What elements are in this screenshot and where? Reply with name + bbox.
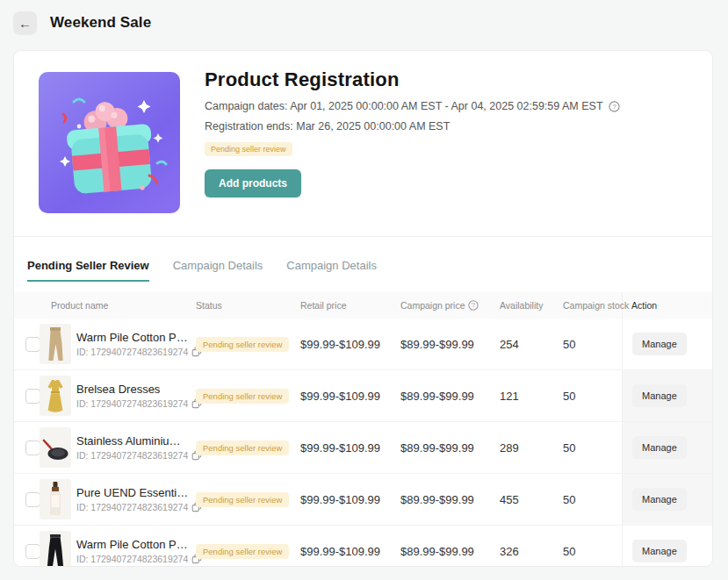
product-name-cell: Stainless Aluminium Steel P... ID: 17294… — [76, 422, 202, 473]
product-id: ID: 1729407274823619274 — [76, 398, 202, 409]
retail-price: $99.99-$109.99 — [300, 370, 380, 421]
campaign-price: $89.99-$99.99 — [400, 474, 474, 525]
campaign-price: $89.99-$99.99 — [400, 370, 474, 421]
status-badge: Pending seller review — [196, 544, 289, 559]
campaign-status-badge: Pending seller review — [205, 142, 292, 156]
page-title: Weekend Sale — [50, 14, 151, 32]
gift-illustration — [39, 72, 180, 213]
tab-campaign-details-2[interactable]: Campaign Details — [286, 259, 377, 282]
retail-price: $99.99-$109.99 — [300, 319, 380, 369]
product-thumbnail — [40, 427, 71, 468]
product-id-text: ID: 1729407274823619274 — [76, 347, 188, 357]
campaign-stock-value: 50 — [563, 319, 575, 369]
action-cell: Manage — [622, 526, 712, 566]
column-header-retail-price: Retail price — [300, 292, 347, 319]
campaign-dates-text: Campaign dates: Apr 01, 2025 00:00:00 AM… — [205, 100, 603, 112]
table-header: Product name Status Retail price Campaig… — [14, 292, 712, 319]
campaign-header-section: Product Registration Campaign dates: Apr… — [14, 51, 712, 237]
table-row: Stainless Aluminium Steel P... ID: 17294… — [14, 422, 712, 474]
main-panel: Product Registration Campaign dates: Apr… — [13, 50, 713, 567]
column-header-campaign-price: Campaign price ? — [400, 292, 479, 319]
product-thumbnail — [40, 479, 71, 519]
campaign-stock-value: 50 — [563, 422, 575, 473]
product-id: ID: 1729407274823619274 — [76, 347, 202, 357]
product-name-cell: Warm Pile Cotton Pants 21-... ID: 172940… — [76, 526, 202, 566]
action-cell: Manage — [622, 319, 712, 369]
back-button[interactable]: ← — [13, 11, 37, 35]
campaign-stock-value: 50 — [563, 370, 575, 421]
campaign-stock-value: 50 — [563, 474, 575, 525]
product-name-cell: Warm Pile Cotton Pants 21-... ID: 172940… — [76, 319, 202, 369]
campaign-stock-value: 50 — [563, 526, 575, 566]
row-checkbox[interactable] — [25, 337, 40, 352]
availability-value: 326 — [500, 526, 519, 566]
row-checkbox[interactable] — [25, 440, 40, 455]
manage-button[interactable]: Manage — [632, 488, 687, 511]
back-arrow-icon: ← — [18, 16, 32, 31]
availability-value: 121 — [500, 370, 519, 421]
svg-text:?: ? — [472, 302, 475, 308]
action-cell: Manage — [622, 474, 712, 525]
status-badge: Pending seller review — [196, 389, 289, 404]
product-name[interactable]: Stainless Aluminium Steel P... — [76, 434, 189, 448]
product-name[interactable]: Warm Pile Cotton Pants 21-... — [76, 331, 189, 344]
table-row: Warm Pile Cotton Pants 21-... ID: 172940… — [14, 526, 712, 566]
column-header-availability: Availability — [500, 292, 543, 319]
table-row: Warm Pile Cotton Pants 21-... ID: 172940… — [14, 319, 712, 370]
product-thumbnail — [40, 324, 71, 364]
row-checkbox[interactable] — [25, 492, 40, 507]
campaign-title: Product Registration — [205, 68, 695, 91]
manage-button[interactable]: Manage — [632, 384, 687, 407]
product-name[interactable]: Warm Pile Cotton Pants 21-... — [76, 538, 189, 551]
action-cell: Manage — [622, 422, 712, 473]
availability-value: 254 — [500, 319, 519, 369]
tabs-row: Pending Seller Review Campaign Details C… — [14, 237, 712, 292]
help-icon[interactable]: ? — [468, 300, 479, 311]
column-header-campaign-stock: Campaign stock — [563, 292, 629, 319]
top-bar: ← Weekend Sale — [0, 0, 728, 46]
product-id-text: ID: 1729407274823619274 — [76, 450, 188, 461]
product-id-text: ID: 1729407274823619274 — [76, 502, 188, 512]
registration-ends-text: Registration ends: Mar 26, 2025 00:00:00… — [205, 120, 450, 132]
manage-button[interactable]: Manage — [632, 333, 687, 355]
product-id: ID: 1729407274823619274 — [76, 502, 202, 512]
product-id: ID: 1729407274823619274 — [76, 554, 202, 564]
manage-button[interactable]: Manage — [632, 436, 687, 459]
column-header-product-name: Product name — [51, 292, 108, 319]
row-checkbox[interactable] — [25, 389, 40, 404]
product-id-text: ID: 1729407274823619274 — [76, 554, 188, 564]
campaign-price: $89.99-$99.99 — [400, 526, 474, 566]
availability-value: 289 — [500, 422, 519, 473]
column-header-status: Status — [196, 292, 222, 319]
product-id-text: ID: 1729407274823619274 — [76, 398, 188, 409]
campaign-price: $89.99-$99.99 — [400, 319, 474, 369]
action-cell: Manage — [622, 370, 712, 421]
product-name-cell: Brelsea Dresses ID: 1729407274823619274 — [76, 370, 202, 421]
tab-pending-seller-review[interactable]: Pending Seller Review — [27, 259, 149, 282]
status-badge: Pending seller review — [196, 492, 289, 507]
row-checkbox[interactable] — [25, 544, 40, 559]
product-name[interactable]: Brelsea Dresses — [76, 383, 160, 396]
product-id: ID: 1729407274823619274 — [76, 450, 202, 461]
status-badge: Pending seller review — [196, 337, 289, 352]
product-name-cell: Pure UEND Essential Oil ID: 172940727482… — [76, 474, 202, 525]
availability-value: 455 — [500, 474, 519, 525]
retail-price: $99.99-$109.99 — [300, 474, 380, 525]
product-thumbnail — [40, 376, 71, 416]
tab-campaign-details-1[interactable]: Campaign Details — [173, 259, 263, 282]
column-header-action: Action — [631, 292, 657, 319]
campaign-price-label: Campaign price — [400, 292, 465, 319]
svg-text:?: ? — [612, 103, 616, 111]
table-row: Brelsea Dresses ID: 1729407274823619274 … — [14, 370, 712, 422]
table-body: Warm Pile Cotton Pants 21-... ID: 172940… — [14, 319, 712, 566]
retail-price: $99.99-$109.99 — [300, 526, 380, 566]
manage-button[interactable]: Manage — [632, 540, 687, 562]
campaign-price: $89.99-$99.99 — [400, 422, 474, 473]
status-badge: Pending seller review — [196, 440, 289, 455]
product-thumbnail — [40, 531, 71, 566]
help-icon[interactable]: ? — [609, 101, 620, 112]
retail-price: $99.99-$109.99 — [300, 422, 380, 473]
add-products-button[interactable]: Add products — [205, 169, 301, 197]
product-name[interactable]: Pure UEND Essential Oil — [76, 486, 189, 499]
table-row: Pure UEND Essential Oil ID: 172940727482… — [14, 474, 712, 526]
